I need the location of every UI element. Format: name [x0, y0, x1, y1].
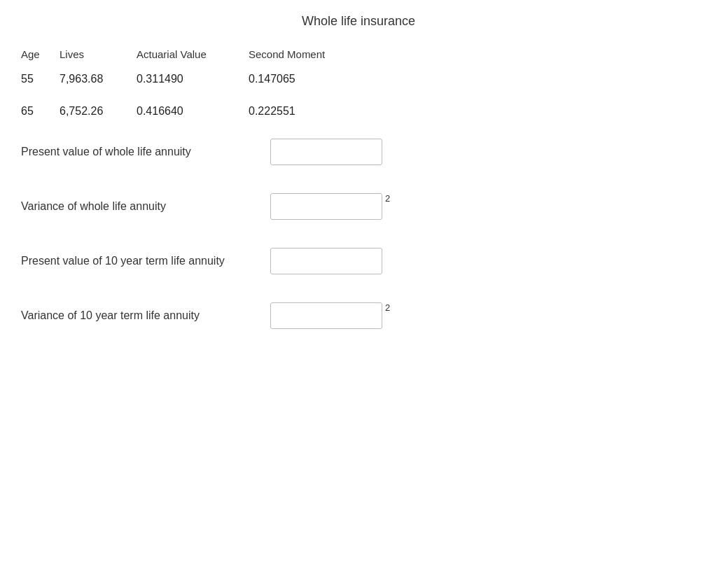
- label-variance-whole: Variance of whole life annuity: [21, 200, 259, 213]
- superscript-variance-whole: 2: [385, 193, 390, 204]
- row1-age: 55: [21, 73, 60, 85]
- row2-second-moment: 0.222551: [249, 105, 389, 118]
- row2-lives: 6,752.26: [60, 105, 137, 118]
- page-title: Whole life insurance: [21, 14, 696, 29]
- label-present-value-term: Present value of 10 year term life annui…: [21, 255, 259, 267]
- header-lives: Lives: [60, 48, 137, 60]
- row1-actuarial: 0.311490: [137, 73, 249, 85]
- input-row-variance-whole: Variance of whole life annuity 2: [21, 193, 696, 220]
- table-header: Age Lives Actuarial Value Second Moment: [21, 48, 696, 60]
- input-row-present-whole: Present value of whole life annuity: [21, 139, 696, 165]
- input-variance-whole[interactable]: [270, 193, 382, 220]
- table-row: 65 6,752.26 0.416640 0.222551: [21, 105, 696, 118]
- table-row: 55 7,963.68 0.311490 0.147065: [21, 73, 696, 85]
- header-second-moment: Second Moment: [249, 48, 389, 60]
- superscript-variance-term: 2: [385, 302, 390, 313]
- input-row-present-term: Present value of 10 year term life annui…: [21, 248, 696, 274]
- row1-lives: 7,963.68: [60, 73, 137, 85]
- input-with-super-present-whole: [270, 139, 382, 165]
- input-section: Present value of whole life annuity Vari…: [21, 139, 696, 329]
- row1-second-moment: 0.147065: [249, 73, 389, 85]
- header-age: Age: [21, 48, 60, 60]
- label-present-value-whole: Present value of whole life annuity: [21, 146, 259, 158]
- input-present-value-whole[interactable]: [270, 139, 382, 165]
- label-variance-term: Variance of 10 year term life annuity: [21, 309, 259, 322]
- input-with-super-variance-whole: 2: [270, 193, 390, 220]
- row2-actuarial: 0.416640: [137, 105, 249, 118]
- input-present-value-term[interactable]: [270, 248, 382, 274]
- input-variance-term[interactable]: [270, 302, 382, 329]
- input-with-super-present-term: [270, 248, 382, 274]
- row2-age: 65: [21, 105, 60, 118]
- input-with-super-variance-term: 2: [270, 302, 390, 329]
- header-actuarial-value: Actuarial Value: [137, 48, 249, 60]
- input-row-variance-term: Variance of 10 year term life annuity 2: [21, 302, 696, 329]
